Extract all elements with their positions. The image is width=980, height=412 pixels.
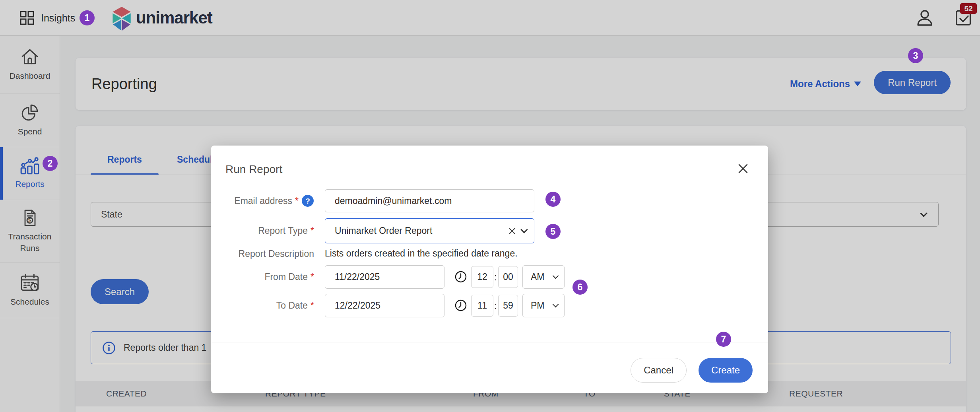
report-type-label-row: Report Type * [211,218,314,243]
time-separator: : [494,301,497,311]
to-date-label-row: To Date * [211,294,314,317]
from-date-input[interactable] [325,265,444,289]
clock-icon[interactable] [454,299,467,312]
from-date-label: From Date [264,272,308,282]
modal-title: Run Report [225,163,282,176]
close-icon[interactable] [735,161,751,177]
email-label-row: Email address * ? [211,189,314,212]
annotation-mark-1: 1 [80,10,95,25]
annotation-mark-4: 4 [545,192,561,207]
from-meridiem-value: AM [531,272,553,282]
create-button[interactable]: Create [699,358,753,383]
report-type-value: Unimarket Order Report [335,225,508,236]
annotation-mark-7: 7 [716,332,731,347]
clear-icon[interactable] [508,227,516,235]
required-asterisk: * [310,225,314,236]
app-root: Insights unimarket 52 [0,0,980,412]
chevron-down-icon[interactable] [520,226,528,233]
required-asterisk: * [310,272,314,282]
to-date-label: To Date [276,300,308,311]
chevron-down-icon [553,273,559,279]
from-meridiem-select[interactable]: AM [522,265,565,289]
to-hour-input[interactable] [471,295,493,317]
help-icon[interactable]: ? [301,194,314,207]
report-description-value: Lists orders created in the specified da… [325,248,603,259]
time-separator: : [494,272,497,283]
cancel-button[interactable]: Cancel [631,358,687,383]
report-description-label-row: Report Description [211,248,314,259]
from-hour-input[interactable] [471,266,493,288]
to-meridiem-select[interactable]: PM [522,294,565,317]
to-meridiem-value: PM [531,300,553,311]
annotation-mark-2: 2 [43,156,58,171]
email-label: Email address [234,196,292,206]
chevron-down-icon [553,301,559,308]
to-date-input[interactable] [325,294,444,317]
to-minute-input[interactable] [498,295,518,317]
from-date-label-row: From Date * [211,265,314,289]
modal-footer-divider [211,342,768,342]
annotation-mark-6: 6 [572,280,588,295]
from-minute-input[interactable] [498,266,518,288]
annotation-mark-5: 5 [545,224,561,239]
report-type-label: Report Type [258,225,308,236]
required-asterisk: * [295,196,299,206]
run-report-modal: Run Report Email address * ? Report Type… [211,146,768,393]
svg-text:?: ? [305,197,310,205]
email-input[interactable] [325,189,534,212]
report-description-label: Report Description [239,249,314,259]
annotation-mark-3: 3 [908,48,923,63]
report-type-dropdown[interactable]: Unimarket Order Report [325,218,534,243]
clock-icon[interactable] [454,270,467,283]
required-asterisk: * [310,300,314,311]
